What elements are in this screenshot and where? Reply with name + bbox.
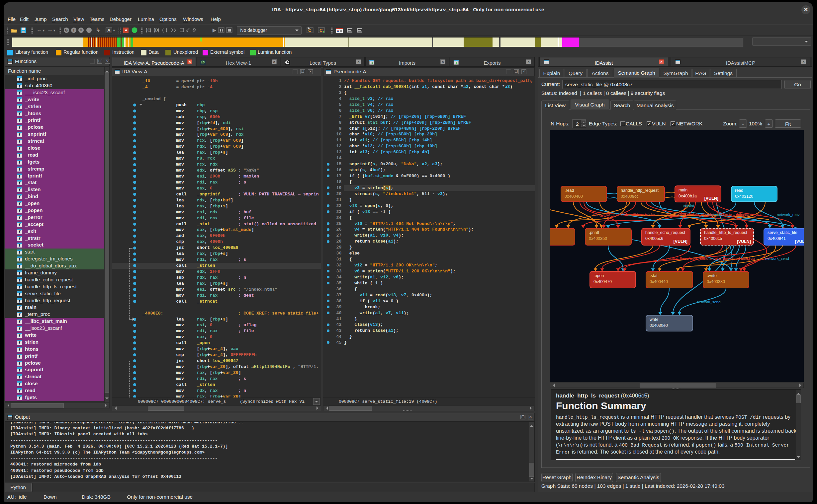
svg-text:C: C — [147, 28, 150, 33]
svg-text:T: T — [73, 29, 75, 32]
svg-text:G: G — [65, 29, 68, 32]
svg-text:×: × — [80, 29, 82, 32]
svg-text:C: C — [320, 28, 323, 33]
svg-text:→: → — [87, 29, 91, 32]
svg-text:D: D — [155, 28, 158, 33]
